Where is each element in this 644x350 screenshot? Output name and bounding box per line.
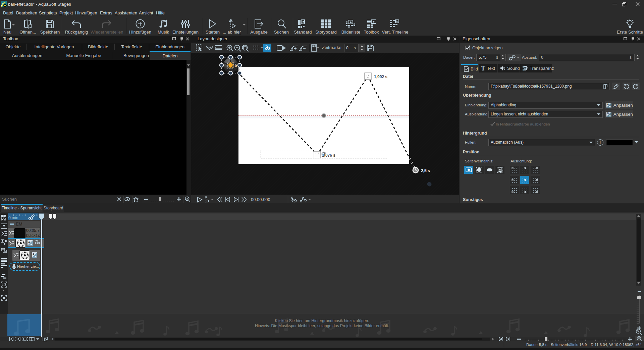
svg-text:B: B [607,112,609,114]
svg-text:3: 3 [24,214,26,216]
svg-text:2: 2 [19,214,20,216]
svg-text:A: A [28,241,30,244]
svg-text:B: B [31,243,33,246]
svg-text:5: 5 [36,214,38,216]
svg-text:A: A [33,253,35,256]
svg-text:A: A [607,103,609,105]
svg-text:1: 1 [13,214,14,216]
svg-text:A: A [609,114,611,117]
svg-text:B: B [35,255,37,258]
svg-text:B: B [609,105,611,108]
